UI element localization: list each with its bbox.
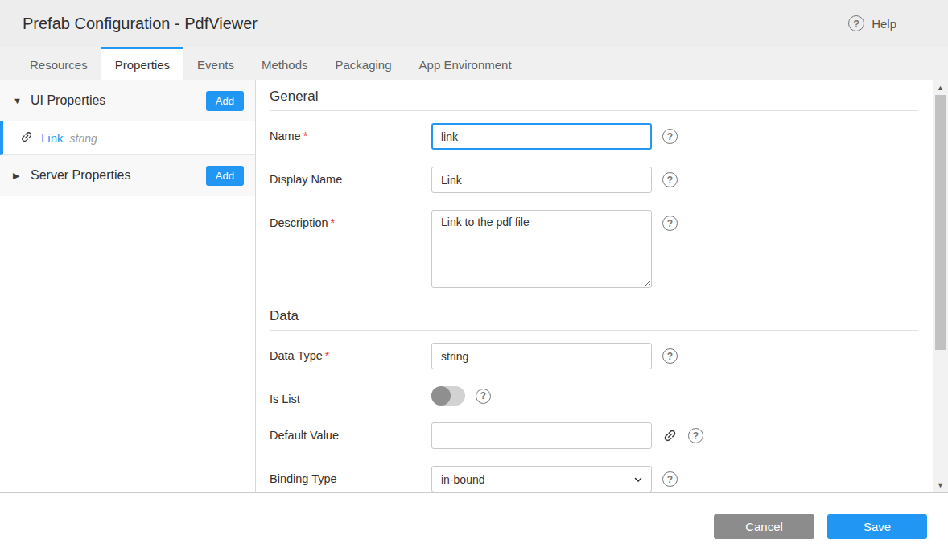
default-value-input[interactable] xyxy=(431,422,652,449)
group-label: Server Properties xyxy=(31,168,206,183)
properties-sidebar: ▼ UI Properties Add Link string ▶ Server… xyxy=(0,80,256,492)
display-name-input[interactable] xyxy=(431,167,652,193)
property-type: string xyxy=(70,132,97,145)
scroll-up-arrow[interactable]: ▲ xyxy=(933,81,948,94)
tab-methods[interactable]: Methods xyxy=(248,47,322,80)
help-label: Help xyxy=(872,17,896,31)
help-circle-icon: ? xyxy=(848,15,864,31)
display-name-help-icon[interactable]: ? xyxy=(662,172,678,187)
is-list-toggle[interactable] xyxy=(431,386,465,406)
field-label: Default Value xyxy=(270,422,431,442)
data-type-help-icon[interactable]: ? xyxy=(662,348,678,364)
group-label: UI Properties xyxy=(31,93,206,108)
link-icon xyxy=(17,127,39,149)
required-asterisk: * xyxy=(303,130,308,142)
tab-bar: Resources Properties Events Methods Pack… xyxy=(0,47,948,80)
vertical-scrollbar[interactable]: ▲ ▼ xyxy=(933,80,948,492)
toggle-knob xyxy=(431,386,451,406)
field-label: Data Type* xyxy=(270,343,431,362)
sidebar-group-ui-properties[interactable]: ▼ UI Properties Add xyxy=(0,80,255,121)
add-server-property-button[interactable]: Add xyxy=(206,166,244,186)
scrollbar-thumb[interactable] xyxy=(935,95,946,350)
is-list-help-icon[interactable]: ? xyxy=(476,389,491,404)
tab-resources[interactable]: Resources xyxy=(16,47,101,80)
property-name: Link xyxy=(41,131,64,145)
tab-app-environment[interactable]: App Environment xyxy=(406,47,526,80)
binding-type-help-icon[interactable]: ? xyxy=(662,471,678,487)
field-label: Is List xyxy=(270,386,431,406)
dialog-footer: Cancel Save xyxy=(0,492,948,560)
field-label: Binding Type xyxy=(270,466,431,485)
bind-link-icon[interactable] xyxy=(659,425,681,447)
save-button[interactable]: Save xyxy=(827,514,927,539)
caret-down-icon: ▼ xyxy=(13,96,31,105)
chevron-down-icon xyxy=(633,474,644,485)
description-help-icon[interactable]: ? xyxy=(662,216,678,231)
binding-type-select[interactable]: in-bound xyxy=(431,466,652,492)
required-asterisk: * xyxy=(325,349,330,362)
dialog-title: Prefab Configuration - PdfViewer xyxy=(23,14,258,33)
field-label: Display Name xyxy=(270,167,431,186)
sidebar-item-link[interactable]: Link string xyxy=(0,121,255,155)
sidebar-group-server-properties[interactable]: ▶ Server Properties Add xyxy=(0,155,255,196)
caret-right-icon: ▶ xyxy=(13,171,31,181)
section-title-data: Data xyxy=(270,308,918,331)
tab-events[interactable]: Events xyxy=(183,47,248,80)
field-row-binding-type: Binding Type in-bound ? xyxy=(270,466,918,492)
field-row-description: Description* Link to the pdf file ? xyxy=(270,210,918,288)
scroll-down-arrow[interactable]: ▼ xyxy=(933,479,948,492)
field-row-name: Name* ? xyxy=(270,123,918,150)
name-input[interactable] xyxy=(431,123,652,150)
binding-type-value: in-bound xyxy=(441,473,485,486)
prefab-configuration-dialog: Prefab Configuration - PdfViewer ? Help … xyxy=(0,0,948,560)
dialog-header: Prefab Configuration - PdfViewer ? Help xyxy=(0,0,948,47)
field-row-default-value: Default Value ? xyxy=(270,422,918,449)
help-button[interactable]: ? Help xyxy=(848,15,896,31)
tab-properties[interactable]: Properties xyxy=(101,47,183,80)
field-label: Description* xyxy=(270,210,431,229)
section-title-general: General xyxy=(270,89,918,111)
field-row-display-name: Display Name ? xyxy=(270,167,918,193)
property-form: General Name* ? Display Name ? xyxy=(256,80,933,492)
field-label: Name* xyxy=(270,123,431,142)
default-value-help-icon[interactable]: ? xyxy=(688,428,703,443)
dialog-body: ▼ UI Properties Add Link string ▶ Server… xyxy=(0,80,948,492)
description-textarea[interactable]: Link to the pdf file xyxy=(431,210,652,288)
tab-packaging[interactable]: Packaging xyxy=(321,47,405,80)
name-help-icon[interactable]: ? xyxy=(662,129,678,144)
required-asterisk: * xyxy=(331,216,336,229)
field-row-is-list: Is List ? xyxy=(270,386,918,406)
add-ui-property-button[interactable]: Add xyxy=(206,91,244,111)
field-row-data-type: Data Type* ? xyxy=(270,343,918,369)
cancel-button[interactable]: Cancel xyxy=(714,514,814,539)
data-type-input[interactable] xyxy=(431,343,652,369)
